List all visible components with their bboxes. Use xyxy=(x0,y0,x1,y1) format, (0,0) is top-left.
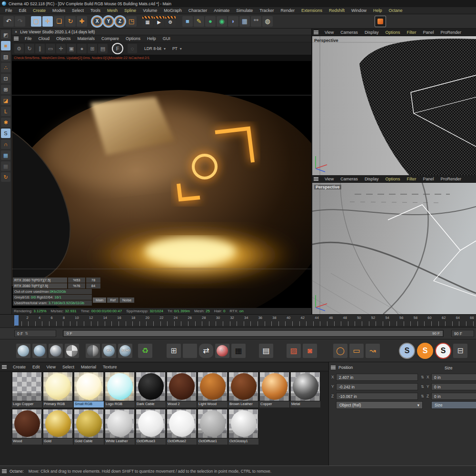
camera-dots-icon[interactable]: °° xyxy=(251,16,261,27)
lv-pause-icon[interactable]: ∥ xyxy=(35,44,45,53)
position-y-field[interactable]: -0.242 in xyxy=(336,383,418,390)
material-light-wood[interactable]: Light Wood xyxy=(198,372,228,407)
close-icon[interactable]: × xyxy=(15,30,17,34)
redo-icon[interactable]: ↷ xyxy=(15,16,25,27)
timeline-ruler[interactable]: 0246810121416182022242628303234363840424… xyxy=(0,314,476,327)
hamburger-icon[interactable] xyxy=(314,32,318,33)
live-selection-icon[interactable]: ▢ xyxy=(31,16,41,27)
render-view[interactable]: RTX 2080 Ti(PDT)[7.5]%5378RTX 2080 Ti(PT… xyxy=(12,61,312,308)
menu-texture[interactable]: Texture xyxy=(99,365,120,369)
lv-expand-icon[interactable]: ⊞ xyxy=(88,44,97,53)
menu-select[interactable]: Select xyxy=(59,365,78,369)
hamburger-icon[interactable] xyxy=(2,471,7,472)
panel-divider[interactable] xyxy=(311,29,312,314)
axis-mode-icon[interactable]: L xyxy=(1,107,10,116)
size-y-field[interactable]: 0 in xyxy=(431,383,476,390)
menu-display[interactable]: Display xyxy=(361,177,382,181)
convert-materials-icon[interactable]: ♻ xyxy=(138,344,152,358)
menu-redshift[interactable]: Redshift xyxy=(326,8,348,13)
lv-settings-icon[interactable]: ⚙ xyxy=(14,44,24,53)
current-frame-field[interactable]: 0 F⇅ xyxy=(14,330,56,337)
lv-kernel-select[interactable]: PT▾ xyxy=(172,46,182,51)
viewport-top-view[interactable]: Perspective xyxy=(312,36,476,175)
lv-export-icon[interactable]: ▤ xyxy=(98,44,108,53)
value-stepper[interactable]: ⇅ xyxy=(421,375,424,379)
render-settings-icon[interactable]: ⚙ xyxy=(165,16,176,27)
add-cube-icon[interactable]: ■ xyxy=(182,16,193,27)
timeline-playhead[interactable] xyxy=(14,315,19,326)
octane-s3-icon[interactable]: S xyxy=(435,343,451,359)
lv-focus-picker-icon[interactable]: F xyxy=(112,43,123,54)
deformer-icon[interactable]: ◗ xyxy=(228,16,238,27)
lv-sphere-icon[interactable]: ● xyxy=(77,44,87,53)
size-z-field[interactable]: 0 in xyxy=(431,393,476,400)
polygons-mode-icon[interactable]: ◪ xyxy=(1,96,10,105)
menu-volume[interactable]: Volume xyxy=(139,8,160,13)
material-logo-copper[interactable]: Logo Copper xyxy=(12,372,42,407)
array-grid-icon[interactable]: ▦ xyxy=(1,150,10,160)
hamburger-icon[interactable] xyxy=(2,367,7,367)
material-copper[interactable]: Copper xyxy=(259,372,289,407)
rotate-tool-icon[interactable]: ↻ xyxy=(65,16,76,27)
lock-x-icon[interactable]: X xyxy=(92,17,102,26)
lv-region-icon[interactable]: ▭ xyxy=(46,44,55,53)
menu-objects[interactable]: Objects xyxy=(53,36,74,41)
menu-octane[interactable]: Octane xyxy=(386,8,406,13)
lv-ghost-icon[interactable]: ◌ xyxy=(128,44,137,53)
menu-filter[interactable]: Filter xyxy=(403,177,419,181)
menu-material[interactable]: Material xyxy=(78,365,99,369)
menu-create[interactable]: Create xyxy=(10,365,29,369)
value-stepper[interactable]: ⇅ xyxy=(421,394,424,398)
material-logo-rgb[interactable]: Logo RGB xyxy=(105,372,135,407)
mat-mix-icon[interactable]: MIX xyxy=(102,344,116,358)
hamburger-icon[interactable] xyxy=(331,367,336,368)
octane-s1-icon[interactable]: S xyxy=(399,343,415,359)
material-gold[interactable]: Gold xyxy=(43,409,73,445)
menu-cameras[interactable]: Cameras xyxy=(337,30,361,35)
menu-view[interactable]: View xyxy=(321,30,337,35)
menu-help[interactable]: Help xyxy=(370,8,386,13)
frame-range-slider[interactable]: 0 F 90 F xyxy=(63,330,444,337)
octane-s-mode-icon[interactable]: S xyxy=(1,129,10,138)
lock-z-icon[interactable]: Z xyxy=(115,17,125,26)
sync-icon[interactable]: ↻ xyxy=(1,172,10,182)
mat-specular-icon[interactable] xyxy=(49,344,63,358)
shuffle-icon[interactable]: ⇄ xyxy=(199,344,213,358)
lv-restart-icon[interactable]: ↻ xyxy=(25,44,34,53)
mograph-icon[interactable]: ● xyxy=(205,16,216,27)
hamburger-icon[interactable] xyxy=(14,38,19,39)
move-tool-icon[interactable]: ✛ xyxy=(42,16,53,27)
menu-options[interactable]: Options xyxy=(122,36,144,41)
make-editable-icon[interactable]: ◩ xyxy=(1,30,10,40)
material-white-leather[interactable]: White Leather xyxy=(105,409,135,445)
menu-panel[interactable]: Panel xyxy=(419,177,437,181)
magnet-mode-icon[interactable]: ∩ xyxy=(1,139,10,149)
menu-tracker[interactable]: Tracker xyxy=(256,8,277,13)
menu-animate[interactable]: Animate xyxy=(210,8,233,13)
menu-options[interactable]: Options xyxy=(382,30,403,35)
frame-stepper[interactable]: ⇅ xyxy=(25,331,28,336)
menu-panel[interactable]: Panel xyxy=(419,30,437,35)
menu-tools[interactable]: Tools xyxy=(87,8,104,13)
material-octdiffuse3[interactable]: OctDiffuse3 xyxy=(136,409,166,445)
viewport-bottom-view[interactable]: Perspective xyxy=(312,183,476,314)
menu-file[interactable]: File xyxy=(21,36,35,41)
menu-materials[interactable]: Materials xyxy=(74,36,99,41)
dark-grid-icon[interactable]: ▦ xyxy=(1,161,10,171)
scale-tool-icon[interactable]: ❏ xyxy=(54,16,64,27)
material-octdiffuse2[interactable]: OctDiffuse2 xyxy=(167,409,197,445)
edges-mode-icon[interactable]: ⊞ xyxy=(1,85,10,94)
library-icon[interactable]: ▤ xyxy=(259,344,273,358)
mat-diffuse-icon[interactable] xyxy=(16,344,30,358)
position-z-field[interactable]: -10.067 in xyxy=(336,393,418,400)
light-icon[interactable]: ◍ xyxy=(262,16,273,27)
value-stepper[interactable]: ⇅ xyxy=(421,385,424,389)
octane-nodes-icon[interactable]: ⊟ xyxy=(453,344,467,358)
menu-filter[interactable]: Filter xyxy=(403,30,419,35)
environment-grid-icon[interactable]: ▦ xyxy=(239,16,250,27)
position-x-field[interactable]: 2.407 in xyxy=(336,374,418,381)
mat-glossy-icon[interactable] xyxy=(32,344,47,358)
material-octglossy1[interactable]: OctGlossy1 xyxy=(228,409,258,445)
material-small-rgb[interactable]: Small RGB xyxy=(74,372,104,407)
question-lm-icon[interactable]: ? xyxy=(215,344,229,358)
